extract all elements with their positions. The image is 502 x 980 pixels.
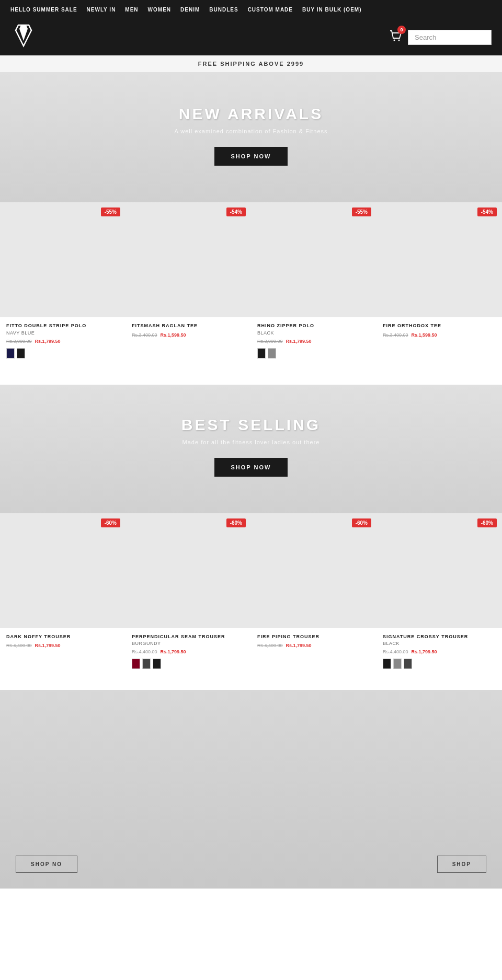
product-card[interactable]: -55%RHINO ZIPPER POLOBlackRs.3,999.00Rs.… bbox=[251, 202, 376, 364]
product-color: Navy Blue bbox=[6, 330, 119, 336]
product-info: FIRE ORTHODOX TEERs.3,400.00Rs.1,599.50 bbox=[376, 317, 502, 343]
topnav-item-buy-in-bulk[interactable]: BUY IN BULK (OEM) bbox=[302, 7, 361, 13]
color-swatch-black[interactable] bbox=[257, 348, 266, 359]
product-prices: Rs.3,999.00Rs.1,799.50 bbox=[257, 339, 370, 344]
topnav-item-newly-in[interactable]: NEWLY IN bbox=[87, 7, 116, 13]
best-selling-subtitle: Made for all the fitness lover ladies ou… bbox=[182, 439, 320, 445]
top-nav: HELLO SUMMER SALENEWLY INMENWOMENDENIMBU… bbox=[0, 0, 502, 19]
header: 0 bbox=[0, 19, 502, 55]
price-original: Rs.3,999.00 bbox=[257, 339, 283, 344]
product-image-placeholder bbox=[0, 202, 126, 317]
product-image-wrapper: -60% bbox=[251, 513, 376, 628]
topnav-item-women[interactable]: WOMEN bbox=[148, 7, 171, 13]
discount-badge: -60% bbox=[226, 518, 246, 527]
product-prices: Rs.4,400.00Rs.1,799.50 bbox=[132, 649, 245, 654]
product-prices: Rs.3,400.00Rs.1,599.50 bbox=[383, 332, 496, 338]
color-swatch-black[interactable] bbox=[383, 659, 391, 669]
product-card[interactable]: -55%FITTO DOUBLE STRIPE POLONavy BlueRs.… bbox=[0, 202, 126, 364]
product-card[interactable]: -60%SIGNATURE CROSSY TROUSERBlackRs.4,40… bbox=[376, 513, 502, 675]
product-prices: Rs.3,400.00Rs.1,599.50 bbox=[132, 332, 245, 338]
price-sale: Rs.1,799.50 bbox=[412, 649, 437, 654]
color-swatch-black[interactable] bbox=[17, 348, 25, 359]
cart-icon-wrapper[interactable]: 0 bbox=[388, 29, 403, 45]
product-card[interactable]: -54%FITSMASH RAGLAN TEERs.3,400.00Rs.1,5… bbox=[126, 202, 251, 364]
price-original: Rs.3,000.00 bbox=[6, 339, 32, 344]
topnav-item-denim[interactable]: DENIM bbox=[180, 7, 200, 13]
product-image-placeholder bbox=[376, 202, 502, 317]
svg-marker-1 bbox=[19, 25, 28, 41]
new-arrivals-shop-now[interactable]: SHOP NOW bbox=[214, 147, 288, 166]
new-arrivals-hero: NEW ARRIVALS A well examined combination… bbox=[0, 74, 502, 202]
topnav-item-men[interactable]: MEN bbox=[125, 7, 138, 13]
price-sale: Rs.1,599.50 bbox=[161, 332, 186, 338]
product-info: SIGNATURE CROSSY TROUSERBlackRs.4,400.00… bbox=[376, 628, 502, 675]
search-input[interactable] bbox=[408, 30, 492, 45]
product-info: FIRE PIPING TROUSERRs.4,400.00Rs.1,799.5… bbox=[251, 628, 376, 654]
product-prices: Rs.3,000.00Rs.1,799.50 bbox=[6, 339, 119, 344]
product-name: DARK NOFFY TROUSER bbox=[6, 633, 119, 640]
price-sale: Rs.1,799.50 bbox=[286, 643, 312, 648]
topnav-item-bundles[interactable]: BUNDLES bbox=[209, 7, 238, 13]
product-image-placeholder bbox=[376, 513, 502, 628]
color-swatch-darkgrey[interactable] bbox=[404, 659, 412, 669]
discount-badge: -55% bbox=[352, 207, 371, 216]
product-image-wrapper: -55% bbox=[251, 202, 376, 317]
shipping-bar: FREE SHIPPING ABOVE 2999 bbox=[0, 55, 502, 73]
topnav-item-custom-made[interactable]: CUSTOM MADE bbox=[248, 7, 293, 13]
new-arrivals-title: NEW ARRIVALS bbox=[179, 105, 323, 123]
svg-point-2 bbox=[394, 40, 395, 41]
discount-badge: -55% bbox=[101, 207, 120, 216]
color-swatch-darkgrey[interactable] bbox=[142, 659, 151, 669]
product-card[interactable]: -54%FIRE ORTHODOX TEERs.3,400.00Rs.1,599… bbox=[376, 202, 502, 364]
best-selling-hero: BEST SELLING Made for all the fitness lo… bbox=[0, 385, 502, 513]
discount-badge: -60% bbox=[101, 518, 120, 527]
product-card[interactable]: -60%DARK NOFFY TROUSERRs.4,400.00Rs.1,79… bbox=[0, 513, 126, 675]
product-name: FITSMASH RAGLAN TEE bbox=[132, 322, 245, 329]
price-original: Rs.4,400.00 bbox=[257, 643, 283, 648]
product-info: RHINO ZIPPER POLOBlackRs.3,999.00Rs.1,79… bbox=[251, 317, 376, 364]
product-name: FIRE ORTHODOX TEE bbox=[383, 322, 496, 329]
color-swatches bbox=[132, 659, 245, 669]
product-image-placeholder bbox=[0, 513, 126, 628]
product-prices: Rs.4,400.00Rs.1,799.50 bbox=[383, 649, 496, 654]
price-sale: Rs.1,599.50 bbox=[412, 332, 437, 338]
best-selling-shop-now[interactable]: SHOP NOW bbox=[214, 458, 288, 477]
color-swatch-grey[interactable] bbox=[393, 659, 402, 669]
color-swatches bbox=[257, 348, 370, 359]
new-arrivals-grid: -55%FITTO DOUBLE STRIPE POLONavy BlueRs.… bbox=[0, 202, 502, 364]
best-selling-title: BEST SELLING bbox=[181, 416, 321, 434]
product-name: FITTO DOUBLE STRIPE POLO bbox=[6, 322, 119, 329]
product-card[interactable]: -60%FIRE PIPING TROUSERRs.4,400.00Rs.1,7… bbox=[251, 513, 376, 675]
new-arrivals-subtitle: A well examined combination of Fashion &… bbox=[174, 128, 327, 134]
logo[interactable] bbox=[10, 22, 37, 52]
price-sale: Rs.1,799.50 bbox=[286, 339, 312, 344]
price-sale: Rs.1,799.50 bbox=[35, 339, 61, 344]
discount-badge: -60% bbox=[477, 518, 497, 527]
product-image-placeholder bbox=[126, 202, 251, 317]
product-name: FIRE PIPING TROUSER bbox=[257, 633, 370, 640]
price-original: Rs.3,400.00 bbox=[383, 332, 408, 338]
topnav-item-hello-summer-sale[interactable]: HELLO SUMMER SALE bbox=[10, 7, 77, 13]
best-selling-products: -60%DARK NOFFY TROUSERRs.4,400.00Rs.1,79… bbox=[0, 513, 502, 690]
product-card[interactable]: -60%PERPENDICULAR SEAM TROUSERBurgundyRs… bbox=[126, 513, 251, 675]
color-swatch-black[interactable] bbox=[153, 659, 161, 669]
price-sale: Rs.1,799.50 bbox=[161, 649, 186, 654]
footer-shop-right[interactable]: SHOP bbox=[437, 856, 486, 873]
svg-point-3 bbox=[398, 40, 400, 41]
footer-shop-left[interactable]: SHOP NO bbox=[16, 856, 77, 873]
color-swatch-burgundy[interactable] bbox=[132, 659, 140, 669]
product-image-wrapper: -60% bbox=[376, 513, 502, 628]
discount-badge: -54% bbox=[477, 207, 497, 216]
color-swatches bbox=[383, 659, 496, 669]
product-image-placeholder bbox=[251, 202, 376, 317]
product-prices: Rs.4,400.00Rs.1,799.50 bbox=[6, 643, 119, 648]
product-color: Burgundy bbox=[132, 641, 245, 646]
price-original: Rs.3,400.00 bbox=[132, 332, 157, 338]
product-image-placeholder bbox=[126, 513, 251, 628]
color-swatches bbox=[6, 348, 119, 359]
color-swatch-navy[interactable] bbox=[6, 348, 15, 359]
product-prices: Rs.4,400.00Rs.1,799.50 bbox=[257, 643, 370, 648]
color-swatch-grey[interactable] bbox=[268, 348, 276, 359]
product-name: PERPENDICULAR SEAM TROUSER bbox=[132, 633, 245, 640]
price-original: Rs.4,400.00 bbox=[383, 649, 408, 654]
